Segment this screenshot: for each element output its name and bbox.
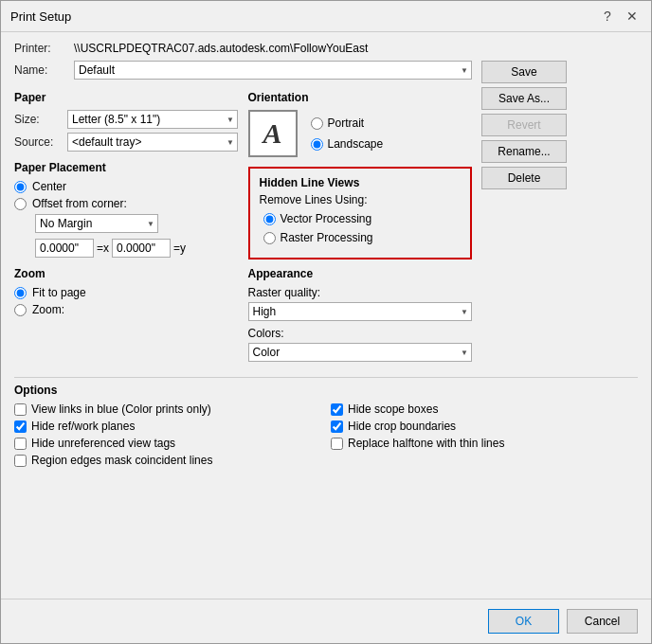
colors-select[interactable]: Black Lines Grayscale Color (248, 343, 473, 362)
fit-radio[interactable] (14, 287, 27, 299)
appearance-title: Appearance (248, 267, 473, 280)
processing-options: Vector Processing Raster Processing (263, 212, 462, 244)
fit-label: Fit to page (32, 286, 86, 299)
title-bar-buttons: ? ✕ (598, 7, 642, 26)
margin-select-wrapper: No Margin (35, 214, 158, 233)
colors-select-wrapper: Black Lines Grayscale Color (248, 343, 473, 362)
offset-inputs: =x =y (35, 239, 239, 258)
options-title: Options (14, 384, 638, 397)
paper-section: Paper Size: Letter (8.5" x 11") (14, 91, 239, 152)
hidden-line-title: Hidden Line Views (260, 176, 462, 189)
remove-lines-label: Remove Lines Using: (260, 193, 462, 206)
name-label: Name: (14, 63, 66, 77)
ok-button[interactable]: OK (488, 609, 559, 634)
orientation-radio-group: Portrait Landscape (311, 116, 384, 151)
close-button[interactable]: ✕ (623, 7, 642, 26)
colors-label: Colors: (248, 327, 473, 340)
divider (14, 377, 638, 378)
placement-title: Paper Placement (14, 161, 239, 174)
orientation-icon: A (248, 110, 298, 157)
source-label: Source: (14, 135, 62, 149)
placement-section: Paper Placement Center Offset from corne… (14, 161, 239, 258)
option-hide-scope: Hide scope boxes (331, 402, 638, 416)
hidden-line-section: Hidden Line Views Remove Lines Using: Ve… (248, 167, 473, 259)
offset-radio[interactable] (14, 198, 27, 210)
name-select[interactable]: Default (74, 61, 472, 80)
margin-select[interactable]: No Margin (35, 214, 158, 233)
printer-path: \\USCRLPDEQTRAC07.ads.autodesk.com\Follo… (74, 42, 368, 55)
hide-ref-checkbox[interactable] (14, 420, 27, 433)
hide-scope-label: Hide scope boxes (348, 402, 438, 416)
left-col: Paper Size: Letter (8.5" x 11") (14, 89, 239, 369)
x-input[interactable] (35, 239, 94, 258)
top-area: Name: Default Paper Size: (14, 61, 638, 369)
help-button[interactable]: ? (598, 7, 617, 26)
colors-row: Colors: Black Lines Grayscale Color (248, 327, 473, 362)
source-select[interactable]: <default tray> (67, 133, 238, 152)
hide-scope-checkbox[interactable] (331, 403, 343, 416)
size-select-wrapper: Letter (8.5" x 11") (67, 110, 238, 129)
orientation-section: Orientation A Portrait (248, 91, 473, 157)
hide-crop-checkbox[interactable] (331, 420, 343, 433)
raster-label: Raster Processing (281, 231, 373, 244)
cancel-button[interactable]: Cancel (567, 609, 638, 634)
source-select-wrapper: <default tray> (67, 133, 238, 152)
revert-button[interactable]: Revert (481, 114, 567, 136)
raster-radio[interactable] (263, 232, 276, 244)
center-label: Center (32, 180, 66, 193)
y-input[interactable] (112, 239, 171, 258)
zoom-radio[interactable] (14, 304, 27, 316)
view-links-checkbox[interactable] (14, 403, 27, 416)
landscape-label: Landscape (328, 137, 384, 151)
region-edges-checkbox[interactable] (14, 455, 27, 467)
hide-unreferenced-label: Hide unreferenced view tags (31, 437, 175, 450)
delete-button[interactable]: Delete (481, 167, 567, 189)
printer-row: Printer: \\USCRLPDEQTRAC07.ads.autodesk.… (14, 42, 638, 55)
option-view-links: View links in blue (Color prints only) (14, 402, 321, 416)
size-select[interactable]: Letter (8.5" x 11") (67, 110, 238, 129)
vector-row: Vector Processing (263, 212, 462, 225)
landscape-radio[interactable] (311, 138, 323, 151)
zoom-section: Zoom Fit to page Zoom: (14, 267, 239, 316)
option-region-edges: Region edges mask coincident lines (14, 454, 321, 467)
raster-row: Raster Processing (263, 231, 462, 244)
orientation-options: A Portrait Landscape (248, 110, 473, 157)
zoom-title: Zoom (14, 267, 239, 280)
right-col: Orientation A Portrait (248, 89, 473, 369)
vector-radio[interactable] (263, 213, 276, 225)
printer-label: Printer: (14, 42, 66, 55)
orientation-title: Orientation (248, 91, 473, 104)
hide-unreferenced-checkbox[interactable] (14, 438, 27, 450)
dialog-body: Printer: \\USCRLPDEQTRAC07.ads.autodesk.… (1, 32, 651, 599)
offset-label: Offset from corner: (32, 197, 127, 210)
top-left: Name: Default Paper Size: (14, 61, 472, 369)
raster-quality-row: Raster quality: Draft Low Medium High Pr… (248, 286, 473, 321)
vector-label: Vector Processing (281, 212, 372, 225)
paper-size-row: Size: Letter (8.5" x 11") (14, 110, 239, 129)
placement-options: Center Offset from corner: No Mar (14, 180, 239, 258)
options-grid: View links in blue (Color prints only) H… (14, 402, 638, 467)
portrait-radio[interactable] (311, 117, 323, 130)
view-links-label: View links in blue (Color prints only) (31, 402, 211, 416)
option-hide-ref: Hide ref/work planes (14, 420, 321, 433)
name-row: Name: Default (14, 61, 472, 80)
offset-row: Offset from corner: (14, 197, 239, 210)
zoom-options: Fit to page Zoom: (14, 286, 239, 316)
portrait-label: Portrait (328, 116, 365, 130)
fit-row: Fit to page (14, 286, 239, 299)
rename-button[interactable]: Rename... (481, 140, 567, 163)
save-as-button[interactable]: Save As... (481, 87, 567, 110)
center-radio[interactable] (14, 181, 27, 193)
raster-quality-label: Raster quality: (248, 286, 473, 299)
region-edges-label: Region edges mask coincident lines (31, 454, 212, 467)
replace-halftone-checkbox[interactable] (331, 438, 343, 450)
name-select-wrapper: Default (74, 61, 472, 80)
raster-quality-select[interactable]: Draft Low Medium High Presentation (248, 302, 473, 321)
raster-quality-select-wrapper: Draft Low Medium High Presentation (248, 302, 473, 321)
save-button[interactable]: Save (481, 61, 567, 83)
option-replace-halftone: Replace halftone with thin lines (331, 437, 638, 450)
main-grid: Paper Size: Letter (8.5" x 11") (14, 89, 472, 369)
margin-row: No Margin (35, 214, 239, 233)
zoom-label: Zoom: (32, 303, 64, 316)
size-label: Size: (14, 113, 62, 126)
